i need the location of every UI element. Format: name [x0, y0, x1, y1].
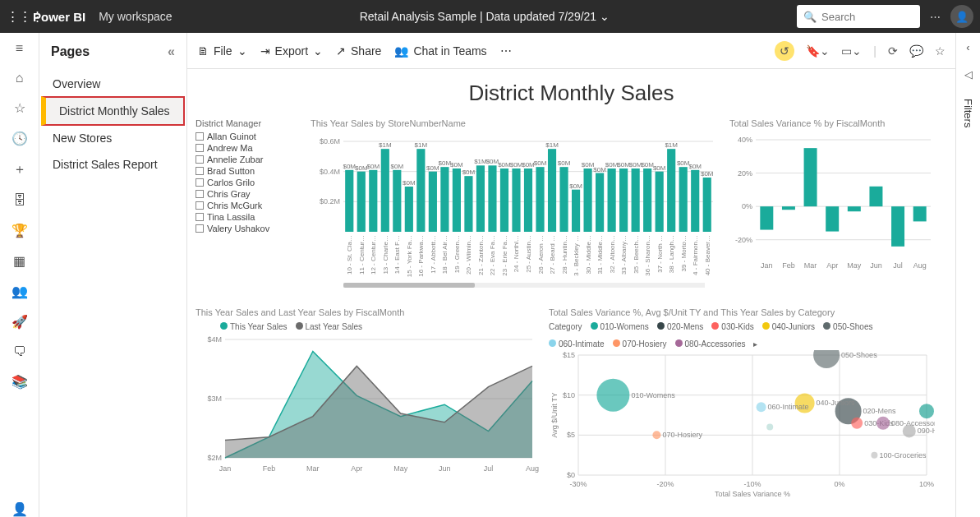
chat-label: Chat in Teams — [413, 44, 486, 58]
svg-rect-87 — [667, 149, 675, 232]
legend-item[interactable]: 080-Accessories — [675, 339, 746, 349]
svg-text:$0M: $0M — [641, 161, 654, 168]
filters-pane[interactable]: ‹ ◁ Filters — [955, 33, 980, 517]
page-tab[interactable]: District Sales Report — [39, 151, 186, 178]
area-month-chart[interactable]: This Year Sales and Last Year Sales by F… — [196, 307, 541, 480]
more-icon[interactable]: ⋯ — [930, 11, 941, 23]
svg-rect-54 — [536, 167, 544, 232]
file-menu[interactable]: 🗎File⌄ — [197, 44, 247, 58]
svg-text:Aug: Aug — [526, 464, 539, 473]
svg-text:010-Womens: 010-Womens — [631, 391, 675, 399]
page-tab[interactable]: New Stores — [39, 125, 186, 151]
slicer-item[interactable]: Brad Sutton — [196, 166, 302, 176]
svg-rect-57 — [548, 149, 556, 232]
svg-text:-20%: -20% — [656, 480, 674, 488]
legend-item[interactable]: 060-Intimate — [549, 339, 605, 349]
collapse-pages-icon[interactable]: « — [168, 44, 175, 59]
my-workspace-icon[interactable]: 👤 — [12, 501, 28, 517]
legend-item[interactable]: 050-Shoes — [823, 322, 872, 331]
district-manager-slicer[interactable]: District Manager Allan GuinotAndrew MaAn… — [196, 118, 302, 235]
svg-text:25 - Austin…: 25 - Austin… — [525, 235, 532, 273]
deploy-icon[interactable]: 🚀 — [12, 314, 28, 330]
svg-point-165 — [757, 402, 766, 412]
svg-text:4 - Fairmon…: 4 - Fairmon… — [692, 235, 699, 275]
search-box[interactable]: 🔍 — [797, 5, 920, 28]
home-icon[interactable]: ⌂ — [16, 71, 24, 85]
slicer-item[interactable]: Andrew Ma — [196, 143, 302, 153]
create-icon[interactable]: ＋ — [13, 161, 26, 178]
expand-filters-icon[interactable]: ‹ — [966, 41, 969, 53]
svg-text:020-Mens: 020-Mens — [863, 407, 897, 415]
svg-point-175 — [903, 424, 916, 437]
svg-text:15 - York Fa…: 15 - York Fa… — [406, 235, 413, 277]
reset-button[interactable]: ↺ — [775, 41, 794, 61]
avatar[interactable]: 👤 — [950, 5, 973, 28]
share-button[interactable]: ↗Share — [336, 44, 381, 58]
slicer-item[interactable]: Allan Guinot — [196, 132, 302, 141]
legend-item[interactable]: Last Year Sales — [296, 322, 363, 331]
slicer-item[interactable]: Valery Ushakov — [196, 224, 302, 233]
legend-item[interactable]: This Year Sales — [220, 322, 288, 331]
slicer-item[interactable]: Carlos Grilo — [196, 178, 302, 187]
slicer-item[interactable]: Chris McGurk — [196, 201, 302, 210]
svg-rect-63 — [572, 190, 580, 232]
report-title-header[interactable]: Retail Analysis Sample | Data updated 7/… — [173, 10, 797, 23]
svg-text:Apr: Apr — [351, 464, 362, 473]
svg-rect-24 — [416, 149, 425, 232]
page-tab[interactable]: District Monthly Sales — [41, 96, 185, 126]
chart-title: Total Sales Variance %, Avg $/Unit TY an… — [549, 307, 935, 317]
refresh-icon[interactable]: ⟳ — [888, 44, 898, 58]
goals-icon[interactable]: 🏆 — [12, 223, 28, 238]
learn-icon[interactable]: 🗨 — [13, 344, 26, 359]
slicer-item[interactable]: Chris Gray — [196, 189, 302, 199]
legend-item[interactable]: 010-Womens — [591, 322, 649, 331]
svg-text:Feb: Feb — [782, 261, 795, 270]
legend-item[interactable]: 030-Kids — [711, 322, 753, 331]
search-input[interactable] — [821, 11, 904, 23]
slicer-item[interactable]: Annelie Zubar — [196, 155, 302, 164]
svg-text:$0M: $0M — [569, 182, 582, 190]
checkbox-icon — [196, 224, 204, 233]
waffle-icon[interactable]: ⋮⋮⋮ — [7, 9, 30, 24]
hamburger-icon[interactable]: ≡ — [16, 41, 23, 56]
page-tab[interactable]: Overview — [39, 71, 186, 97]
variance-month-chart[interactable]: Total Sales Variance % by FiscalMonth -2… — [729, 118, 935, 275]
svg-rect-51 — [524, 168, 532, 232]
recent-icon[interactable]: 🕓 — [12, 131, 28, 146]
svg-rect-119 — [891, 206, 904, 247]
svg-text:May: May — [847, 261, 862, 270]
apps-icon[interactable]: ▦ — [13, 253, 25, 269]
shared-icon[interactable]: 👥 — [12, 284, 28, 299]
scatter-chart[interactable]: Total Sales Variance %, Avg $/Unit TY an… — [549, 307, 935, 488]
legend-item[interactable]: 040-Juniors — [762, 322, 815, 331]
legend-scroll-icon[interactable]: ▸ — [753, 339, 757, 349]
view-icon[interactable]: ▭⌄ — [841, 44, 862, 58]
svg-rect-42 — [488, 165, 496, 232]
favorite-icon[interactable]: ☆ — [14, 100, 25, 116]
legend-item[interactable]: 070-Hosiery — [613, 339, 667, 349]
svg-text:$0M: $0M — [653, 164, 666, 172]
slicer-item[interactable]: Tina Lassila — [196, 212, 302, 222]
datasets-icon[interactable]: 🗄 — [13, 193, 26, 208]
svg-text:$2M: $2M — [207, 454, 222, 462]
chat-button[interactable]: 👥Chat in Teams — [394, 44, 486, 58]
workspaces-icon[interactable]: 📚 — [12, 374, 28, 390]
store-sales-bar-chart[interactable]: This Year Sales by StoreNumberName $0.2M… — [311, 118, 717, 283]
svg-text:$0M: $0M — [582, 161, 595, 168]
svg-rect-66 — [584, 168, 592, 232]
slicer-item-label: Andrew Ma — [207, 143, 253, 153]
svg-rect-9 — [357, 172, 366, 232]
export-menu[interactable]: ⇥Export⌄ — [260, 44, 323, 58]
more-commands[interactable]: ⋯ — [500, 44, 512, 58]
bookmark-icon[interactable]: 🔖⌄ — [806, 44, 830, 58]
svg-text:$0.2M: $0.2M — [320, 197, 340, 205]
legend-item[interactable]: 020-Mens — [657, 322, 703, 331]
chart-scroll-thumb[interactable] — [343, 283, 475, 288]
star-icon[interactable]: ☆ — [935, 44, 945, 58]
svg-text:$1M: $1M — [474, 158, 487, 165]
comment-icon[interactable]: 💬 — [909, 44, 923, 58]
bookmark-pane-icon[interactable]: ◁ — [964, 68, 973, 81]
slicer-item-label: Valery Ushakov — [207, 224, 269, 233]
svg-text:$0M: $0M — [450, 161, 463, 168]
workspace-label[interactable]: My workspace — [99, 10, 172, 23]
